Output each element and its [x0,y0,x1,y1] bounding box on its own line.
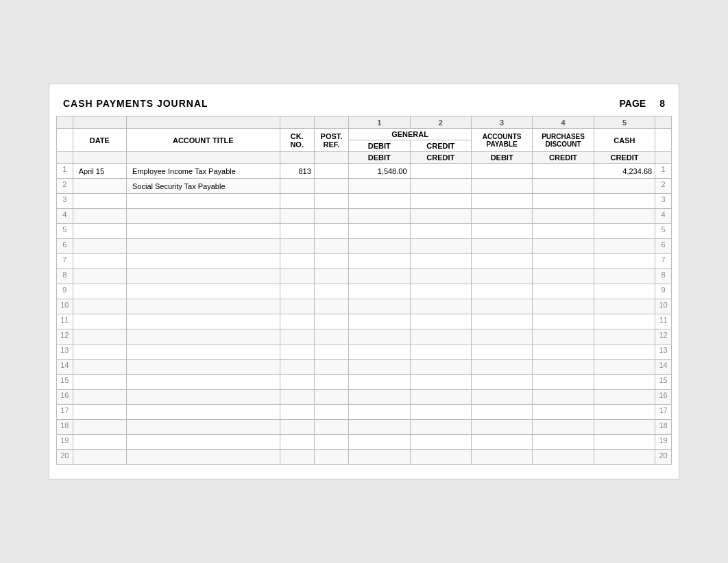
cell-date-empty [73,224,126,239]
row-number-right: 8 [655,269,672,284]
row-number-right: 12 [655,329,672,345]
cell-ap-debit-empty [471,224,532,239]
cell-ap-debit-empty [471,360,532,375]
cell-account-empty [126,375,280,390]
col-num-date [73,116,126,129]
table-row-empty: 8 8 [57,269,672,284]
cell-pd-credit-empty [533,299,594,314]
th-sr2-post [314,152,348,164]
cell-cash-credit-empty [594,284,655,299]
cell-cash-credit [594,179,655,194]
cell-date-empty [73,450,126,465]
cell-post-empty [314,360,348,375]
th-sr2-ap-debit: DEBIT [471,152,532,164]
col-num-post [314,116,348,129]
cell-ap-debit-empty [471,209,532,224]
cell-pd-credit [533,179,594,194]
journal-table: 1 2 3 4 5 DATE ACCOUNT TITLE CK. NO. POS… [56,116,672,465]
cell-gen-debit-empty [349,314,410,329]
cell-gen-credit-empty [410,360,471,375]
th-sr2-cash-credit: CREDIT [594,152,655,164]
cell-gen-credit-empty [410,299,471,314]
cell-pd-credit-empty [533,360,594,375]
row-number: 4 [57,209,73,224]
row-number: 5 [57,224,73,239]
group-header-row: DATE ACCOUNT TITLE CK. NO. POST. REF. GE… [57,129,672,140]
cell-post-ref [314,179,348,194]
row-number-right: 4 [655,209,672,224]
cell-post-empty [314,224,348,239]
row-number: 11 [57,314,73,329]
col-num-3: 3 [471,116,532,129]
cell-gen-credit-empty [410,314,471,329]
table-row-empty: 11 11 [57,314,672,329]
cell-gen-credit-empty [410,329,471,345]
cell-ck-empty [280,224,314,239]
th-sr2-date [73,152,126,164]
table-row-empty: 14 14 [57,360,672,375]
cell-gen-debit-empty [349,209,410,224]
cell-gen-credit-empty [410,224,471,239]
cell-ap-debit-empty [471,269,532,284]
cell-pd-credit-empty [533,284,594,299]
row-number: 8 [57,269,73,284]
cell-account-empty [126,345,280,360]
table-row-empty: 6 6 [57,239,672,254]
col-num-1: 1 [349,116,410,129]
th-sr2-pd-credit: CREDIT [533,152,594,164]
cell-ck-empty [280,450,314,465]
cell-date-empty [73,269,126,284]
sub-header-row-2: DEBIT CREDIT DEBIT CREDIT CREDIT [57,152,672,164]
cell-gen-debit-empty [349,269,410,284]
table-row-empty: 10 10 [57,299,672,314]
cell-account-empty [126,420,280,435]
col-num-5: 5 [594,116,655,129]
th-empty-left [57,129,73,152]
th-post-ref: POST. REF. [314,129,348,152]
row-number: 2 [57,179,73,194]
col-num-2: 2 [410,116,471,129]
row-number: 12 [57,329,73,345]
cell-gen-credit-empty [410,390,471,405]
cell-gen-credit-empty [410,375,471,390]
row-number-right: 13 [655,345,672,360]
cell-gen-debit-empty [349,450,410,465]
row-number: 16 [57,390,73,405]
cell-ap-debit-empty [471,254,532,269]
cell-date-empty [73,254,126,269]
cell-ck-empty [280,375,314,390]
cell-ck-empty [280,269,314,284]
th-sr2-ck [280,152,314,164]
th-accounts-payable: ACCOUNTS PAYABLE [471,129,532,152]
row-number-right: 15 [655,375,672,390]
cell-gen-debit-empty [349,254,410,269]
row-number: 18 [57,420,73,435]
cell-gen-debit-empty [349,194,410,209]
th-empty-right [655,129,672,152]
cell-post-empty [314,254,348,269]
row-number: 15 [57,375,73,390]
cell-ck-empty [280,314,314,329]
cell-gen-credit-empty [410,194,471,209]
cell-ap-debit-empty [471,435,532,450]
cell-ck-empty [280,299,314,314]
cell-account-empty [126,360,280,375]
cell-gen-debit: 1,548.00 [349,164,410,179]
cell-cash-credit-empty [594,345,655,360]
cell-ap-debit-empty [471,345,532,360]
cell-account-empty [126,390,280,405]
table-row-empty: 19 19 [57,435,672,450]
row-number-right: 9 [655,284,672,299]
cell-date: April 15 [73,164,126,179]
th-purchases-discount: PURCHASES DISCOUNT [533,129,594,152]
table-row-empty: 9 9 [57,284,672,299]
journal-page: CASH PAYMENTS JOURNAL PAGE 8 [49,84,679,479]
row-number-right: 5 [655,224,672,239]
cell-pd-credit-empty [533,224,594,239]
cell-pd-credit-empty [533,345,594,360]
cell-ap-debit-empty [471,329,532,345]
cell-ck-empty [280,420,314,435]
row-number: 9 [57,284,73,299]
row-number: 10 [57,299,73,314]
cell-cash-credit-empty [594,239,655,254]
